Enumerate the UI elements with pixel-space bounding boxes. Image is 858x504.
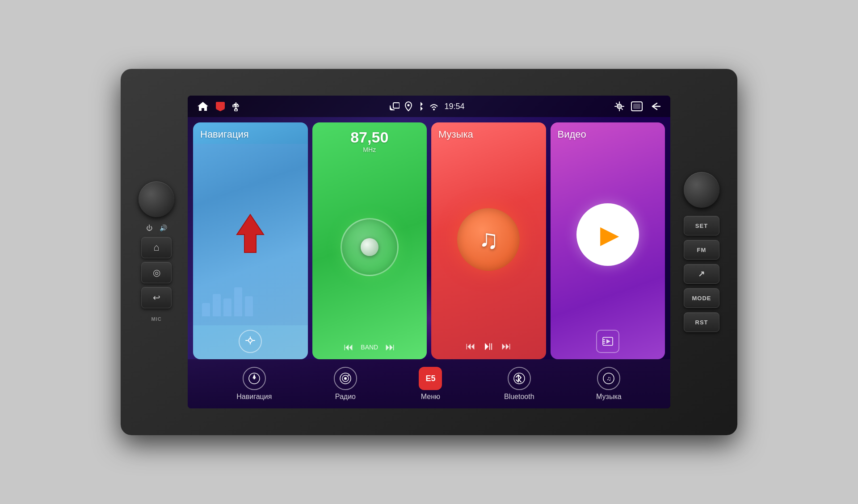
svg-point-8 xyxy=(237,105,239,107)
wifi-icon xyxy=(429,102,439,110)
svg-point-3 xyxy=(235,109,237,111)
app-tiles: Навигация xyxy=(193,122,665,359)
mode-button[interactable]: MODE xyxy=(684,288,719,308)
music-prev-button[interactable]: ⏮ xyxy=(466,340,475,352)
radio-knob-inner xyxy=(361,238,379,256)
tile-nav-body xyxy=(193,144,308,325)
cast-icon xyxy=(390,102,400,110)
head-unit: ⏻ 🔊 ⌂ ◎ ↩ MIC xyxy=(121,69,737,435)
svg-marker-27 xyxy=(606,339,610,344)
dock-item-radio[interactable]: Радио xyxy=(334,367,357,401)
brightness-icon xyxy=(614,101,625,112)
radio-unit: MHz xyxy=(320,146,420,153)
svg-line-20 xyxy=(622,109,622,109)
tile-radio[interactable]: 87,50 MHz ⏮ BAND ⏭ xyxy=(312,122,427,359)
music-playpause-button[interactable]: ⏯ xyxy=(483,339,494,353)
svg-rect-9 xyxy=(393,103,400,108)
tile-radio-body xyxy=(312,157,427,337)
rst-button[interactable]: RST xyxy=(684,312,719,332)
tile-navigation[interactable]: Навигация xyxy=(193,122,308,359)
tile-video[interactable]: Видео ▶ xyxy=(551,122,665,359)
svg-point-14 xyxy=(617,104,622,109)
dock-bluetooth-icon xyxy=(508,367,531,390)
recents-icon xyxy=(631,101,643,111)
screen: 19:54 xyxy=(188,96,670,408)
music-next-button[interactable]: ⏭ xyxy=(501,340,511,352)
right-knob[interactable] xyxy=(684,172,719,208)
tile-music-footer: ⏮ ⏯ ⏭ xyxy=(431,335,546,359)
back-button[interactable]: ↩ xyxy=(141,287,172,308)
status-bar: 19:54 xyxy=(188,96,670,117)
mic-label: MIC xyxy=(151,316,161,322)
tile-radio-title: 87,50 MHz xyxy=(312,122,427,157)
tile-nav-title: Навигация xyxy=(193,122,308,144)
dock-nav-label: Навигация xyxy=(236,393,272,401)
usb-icon xyxy=(231,101,240,111)
radio-next-button[interactable]: ⏭ xyxy=(385,341,395,353)
dock-menu-icon: E5 xyxy=(419,367,442,390)
status-time: 19:54 xyxy=(444,102,464,111)
notification-icon xyxy=(215,101,225,111)
tile-video-footer xyxy=(551,325,665,359)
svg-line-36 xyxy=(348,375,349,376)
tile-video-title: Видео xyxy=(551,122,665,144)
radio-band-button[interactable]: BAND xyxy=(361,344,378,351)
svg-rect-0 xyxy=(216,102,225,109)
svg-point-11 xyxy=(408,104,410,106)
phone-button[interactable]: ↗ xyxy=(684,264,719,284)
radio-frequency: 87,50 xyxy=(320,129,420,146)
location-status-icon xyxy=(405,101,412,111)
video-play-circle[interactable]: ▶ xyxy=(576,203,639,266)
tile-music-title: Музыка xyxy=(431,122,546,144)
svg-point-35 xyxy=(344,377,347,380)
music-note-icon: ♫ xyxy=(479,224,499,255)
bluetooth-status-icon xyxy=(417,101,424,111)
dock-music-label: Музыка xyxy=(596,393,622,401)
bottom-dock: Навигация Радио xyxy=(188,359,670,408)
tile-radio-footer: ⏮ BAND ⏭ xyxy=(312,337,427,359)
home-button[interactable]: ⌂ xyxy=(141,237,172,258)
svg-point-12 xyxy=(433,109,435,110)
power-button[interactable]: ⏻ xyxy=(146,224,152,231)
volume-icon[interactable]: 🔊 xyxy=(160,224,167,231)
back-icon xyxy=(649,101,661,111)
nav-arrow-icon xyxy=(230,212,270,257)
tile-nav-footer xyxy=(193,325,308,359)
right-panel: SET FM ↗ MODE RST xyxy=(675,172,728,332)
music-icon-circle: ♫ xyxy=(457,208,520,271)
fm-button[interactable]: FM xyxy=(684,240,719,260)
dock-item-menu[interactable]: E5 Меню xyxy=(419,367,442,401)
dock-item-navigation[interactable]: Навигация xyxy=(236,367,272,401)
screen-frame: 19:54 xyxy=(188,96,670,408)
dock-music-icon: ♫ xyxy=(597,367,620,390)
dock-item-music[interactable]: ♫ Музыка xyxy=(596,367,622,401)
video-gallery-button[interactable] xyxy=(596,330,619,353)
tile-music[interactable]: Музыка ♫ ⏮ ⏯ ⏭ xyxy=(431,122,546,359)
svg-marker-1 xyxy=(216,109,225,111)
set-button[interactable]: SET xyxy=(684,216,719,235)
dock-menu-label: Меню xyxy=(421,393,440,401)
dock-nav-icon xyxy=(243,367,266,390)
tile-video-body: ▶ xyxy=(551,144,665,325)
svg-point-37 xyxy=(514,373,525,384)
left-knob[interactable] xyxy=(139,181,174,217)
radio-prev-button[interactable]: ⏮ xyxy=(344,341,353,353)
left-panel: ⏻ 🔊 ⌂ ◎ ↩ MIC xyxy=(130,181,183,323)
dock-radio-icon xyxy=(334,367,357,390)
svg-point-25 xyxy=(248,339,252,342)
main-content: Навигация xyxy=(188,117,670,359)
svg-marker-24 xyxy=(237,214,264,252)
svg-line-19 xyxy=(616,103,617,104)
dock-bluetooth-label: Bluetooth xyxy=(504,393,534,401)
map-button[interactable]: ◎ xyxy=(141,262,172,283)
svg-rect-22 xyxy=(633,104,640,109)
svg-text:♫: ♫ xyxy=(606,375,611,382)
nav-bars xyxy=(202,287,253,316)
dock-item-bluetooth[interactable]: Bluetooth xyxy=(504,367,534,401)
nav-location-button[interactable] xyxy=(239,330,262,353)
dock-radio-label: Радио xyxy=(335,393,356,401)
video-play-icon: ▶ xyxy=(600,220,619,249)
radio-knob[interactable] xyxy=(341,218,399,276)
home-status-icon xyxy=(197,101,209,112)
tile-music-body: ♫ xyxy=(431,144,546,335)
